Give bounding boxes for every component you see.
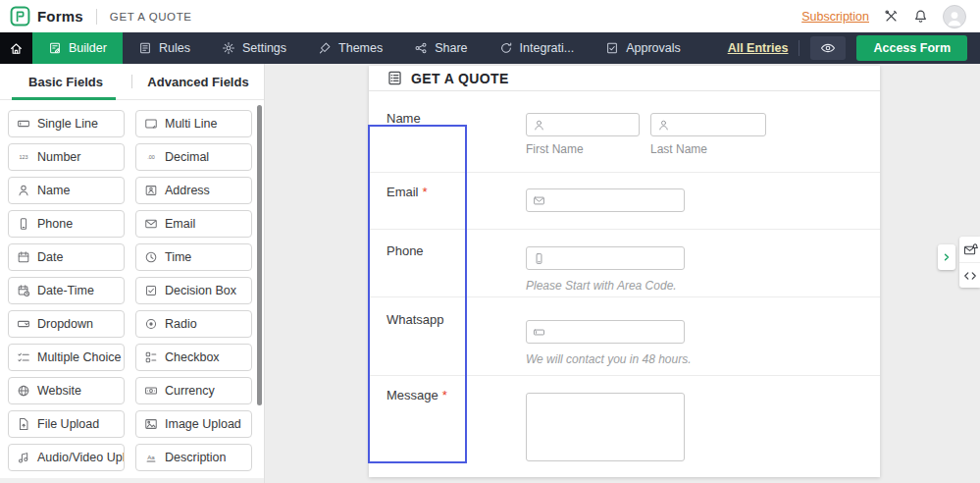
tab-advanced-fields[interactable]: Advanced Fields bbox=[132, 64, 264, 99]
first-name-sublabel: First Name bbox=[526, 142, 640, 156]
decision-box-icon bbox=[144, 284, 158, 297]
sidebar-hscroll-track bbox=[0, 478, 264, 483]
number-icon: 123 bbox=[17, 150, 30, 164]
field-button-checkbox[interactable]: Checkbox bbox=[135, 344, 252, 371]
field-button-label: Description bbox=[165, 451, 227, 464]
navbar-separator bbox=[799, 40, 799, 56]
field-button-label: Website bbox=[37, 384, 81, 398]
field-content: Please Start with Area Code. bbox=[526, 230, 880, 296]
field-content: We will contact you in 48 hours. bbox=[526, 297, 880, 375]
field-button-description[interactable]: AaDescription bbox=[135, 444, 252, 471]
nav-tab-themes[interactable]: Themes bbox=[302, 32, 398, 64]
field-button-number[interactable]: 123Number bbox=[8, 143, 125, 171]
form-row-whatsapp[interactable]: WhatsappWe will contact you in 48 hours. bbox=[369, 296, 880, 375]
phone-input[interactable] bbox=[526, 246, 685, 270]
field-button-dropdown[interactable]: Dropdown bbox=[8, 310, 125, 338]
form-title: GET A QUOTE bbox=[411, 71, 509, 86]
preview-button[interactable] bbox=[810, 36, 846, 60]
field-button-decimal[interactable]: .00Decimal bbox=[135, 143, 252, 171]
home-button[interactable] bbox=[0, 32, 32, 64]
field-button-label: Radio bbox=[165, 317, 197, 331]
decimal-icon: .00 bbox=[144, 150, 158, 164]
rules-icon bbox=[138, 41, 152, 55]
field-button-audio-video-upload[interactable]: Audio/Video Upload bbox=[8, 444, 125, 471]
field-label-whatsapp: Whatsapp bbox=[369, 297, 526, 375]
whatsapp-input[interactable] bbox=[526, 320, 685, 344]
field-button-currency[interactable]: Currency bbox=[135, 377, 252, 404]
right-tool-panel bbox=[959, 237, 980, 288]
last-name-sublabel: Last Name bbox=[650, 142, 766, 156]
field-button-label: Email bbox=[165, 217, 195, 231]
form-sheet-icon bbox=[387, 70, 403, 86]
field-buttons-grid: Single LineMulti Line123Number.00Decimal… bbox=[0, 100, 264, 479]
field-button-website[interactable]: Website bbox=[8, 377, 125, 404]
person-icon bbox=[17, 184, 30, 197]
field-button-phone[interactable]: Phone bbox=[8, 210, 125, 238]
nav-tab-rules[interactable]: Rules bbox=[123, 32, 206, 64]
field-button-multiple-choice[interactable]: Multiple Choice bbox=[8, 344, 125, 371]
nav-tab-label: Approvals bbox=[626, 41, 681, 55]
field-button-label: Phone bbox=[37, 217, 73, 231]
field-button-date[interactable]: Date bbox=[8, 243, 125, 271]
tab-basic-fields[interactable]: Basic Fields bbox=[0, 64, 131, 99]
field-button-name[interactable]: Name bbox=[8, 177, 125, 204]
field-button-label: Date-Time bbox=[37, 284, 94, 297]
last-name-input[interactable] bbox=[650, 113, 766, 136]
form-row-phone[interactable]: PhonePlease Start with Area Code. bbox=[369, 229, 880, 296]
field-button-email[interactable]: Email bbox=[135, 210, 252, 238]
form-row-email[interactable]: Email* bbox=[369, 172, 880, 229]
access-form-button[interactable]: Access Form bbox=[856, 35, 967, 61]
field-button-address[interactable]: Address bbox=[135, 177, 252, 204]
field-button-multi-line[interactable]: Multi Line bbox=[135, 110, 252, 137]
themes-icon bbox=[318, 41, 332, 55]
field-content bbox=[526, 173, 880, 229]
field-button-label: Checkbox bbox=[165, 350, 220, 364]
tab-advanced-fields-label: Advanced Fields bbox=[147, 75, 248, 89]
forms-logo-icon bbox=[10, 6, 30, 27]
nav-tab-settings[interactable]: Settings bbox=[206, 32, 302, 64]
field-button-single-line[interactable]: Single Line bbox=[8, 110, 125, 137]
sidebar-scrollbar[interactable] bbox=[257, 105, 262, 405]
field-button-image-upload[interactable]: Image Upload bbox=[135, 410, 252, 438]
embed-code-button[interactable] bbox=[959, 262, 980, 288]
form-row-message[interactable]: Message* bbox=[369, 375, 880, 477]
field-button-label: Dropdown bbox=[37, 317, 93, 331]
chevron-right-icon bbox=[941, 251, 953, 263]
mail-icon bbox=[533, 194, 545, 207]
navbar: BuilderRulesSettingsThemesShareIntegrati… bbox=[0, 32, 980, 64]
tools-icon[interactable] bbox=[884, 9, 899, 24]
feedback-button[interactable] bbox=[959, 237, 980, 262]
field-button-label: Image Upload bbox=[165, 417, 241, 431]
nav-tab-integrati[interactable]: Integrati... bbox=[484, 32, 591, 64]
all-entries-link[interactable]: All Entries bbox=[728, 41, 789, 55]
field-content bbox=[526, 376, 880, 477]
field-button-decision-box[interactable]: Decision Box bbox=[135, 277, 252, 304]
field-label-email: Email* bbox=[369, 173, 526, 229]
field-button-label: Name bbox=[37, 184, 70, 197]
field-button-time[interactable]: Time bbox=[135, 243, 252, 271]
mail-bell-icon bbox=[963, 242, 978, 257]
first-name-input[interactable] bbox=[526, 113, 640, 136]
field-label-text: Email bbox=[387, 185, 419, 199]
form-row-name[interactable]: NameFirst NameLast Name bbox=[369, 91, 880, 172]
field-button-radio[interactable]: Radio bbox=[135, 310, 252, 338]
single-line-icon bbox=[17, 117, 30, 131]
bell-icon[interactable] bbox=[913, 9, 928, 24]
expand-panel-tab[interactable] bbox=[938, 244, 955, 270]
nav-tab-approvals[interactable]: Approvals bbox=[590, 32, 696, 64]
form-card: GET A QUOTE NameFirst NameLast NameEmail… bbox=[369, 66, 880, 477]
avatar[interactable] bbox=[943, 5, 966, 28]
last-name-group: Last Name bbox=[650, 113, 766, 156]
nav-tab-builder[interactable]: Builder bbox=[32, 32, 123, 64]
field-button-label: Date bbox=[37, 250, 63, 264]
field-button-label: Single Line bbox=[37, 117, 98, 131]
subscription-link[interactable]: Subscription bbox=[801, 10, 869, 24]
form-header: GET A QUOTE bbox=[369, 66, 880, 91]
single-line-icon bbox=[533, 326, 545, 339]
field-button-date-time[interactable]: Date-Time bbox=[8, 277, 125, 304]
nav-tab-share[interactable]: Share bbox=[398, 32, 483, 64]
clock-icon bbox=[144, 250, 158, 264]
message-textarea[interactable] bbox=[526, 393, 685, 461]
email-input[interactable] bbox=[526, 188, 685, 212]
field-button-file-upload[interactable]: File Upload bbox=[8, 410, 125, 438]
